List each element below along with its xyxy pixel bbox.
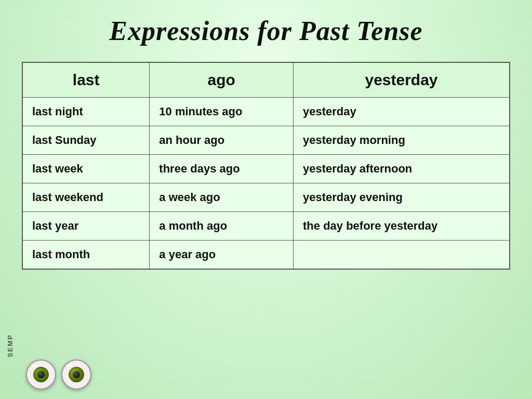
table-cell-r1-c2: yesterday morning [294, 126, 510, 155]
table-cell-r3-c1: a week ago [150, 183, 294, 212]
expressions-table: last ago yesterday last night10 minutes … [22, 62, 510, 270]
table-header-row: last ago yesterday [22, 62, 510, 98]
table-row: last weekthree days agoyesterday afterno… [22, 155, 510, 183]
eye-right [61, 360, 91, 390]
table-cell-r5-c0: last month [22, 241, 150, 270]
table-cell-r2-c0: last week [22, 155, 150, 183]
table-cell-r0-c1: 10 minutes ago [150, 98, 294, 126]
table-cell-r0-c2: yesterday [294, 98, 510, 126]
eye-left [26, 360, 56, 390]
table-cell-r3-c0: last weekend [22, 183, 150, 212]
table-row: last night10 minutes agoyesterday [22, 98, 510, 126]
table-row: last yeara month agothe day before yeste… [22, 212, 510, 241]
col-header-yesterday: yesterday [294, 62, 510, 98]
eye-right-highlight [68, 365, 72, 367]
table-cell-r2-c1: three days ago [150, 155, 294, 183]
eye-left-highlight [32, 365, 36, 367]
table-cell-r3-c2: yesterday evening [294, 183, 510, 212]
col-header-ago: ago [150, 62, 294, 98]
eye-right-iris [69, 367, 84, 382]
eyes-decoration [26, 360, 91, 390]
col-header-last: last [22, 62, 150, 98]
page-title: Expressions for Past Tense [109, 16, 422, 46]
table-cell-r4-c2: the day before yesterday [294, 212, 510, 241]
table-cell-r5-c2 [294, 241, 510, 270]
table-cell-r1-c0: last Sunday [22, 126, 150, 155]
table-cell-r0-c0: last night [22, 98, 150, 126]
table-cell-r4-c0: last year [22, 212, 150, 241]
eye-left-iris [33, 367, 49, 382]
table-row: last montha year ago [22, 241, 510, 270]
main-table-wrapper: last ago yesterday last night10 minutes … [22, 62, 510, 270]
table-row: last weekenda week agoyesterday evening [22, 183, 510, 212]
watermark-label: SEMP [6, 334, 14, 357]
table-cell-r1-c1: an hour ago [150, 126, 294, 155]
table-row: last Sundayan hour agoyesterday morning [22, 126, 510, 155]
table-cell-r2-c2: yesterday afternoon [294, 155, 510, 183]
table-cell-r4-c1: a month ago [150, 212, 294, 241]
table-cell-r5-c1: a year ago [150, 241, 294, 270]
